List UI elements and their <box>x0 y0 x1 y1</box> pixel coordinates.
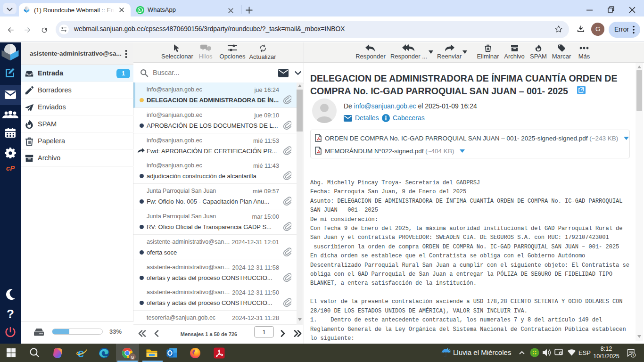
svg-text:1: 1 <box>632 353 635 357</box>
